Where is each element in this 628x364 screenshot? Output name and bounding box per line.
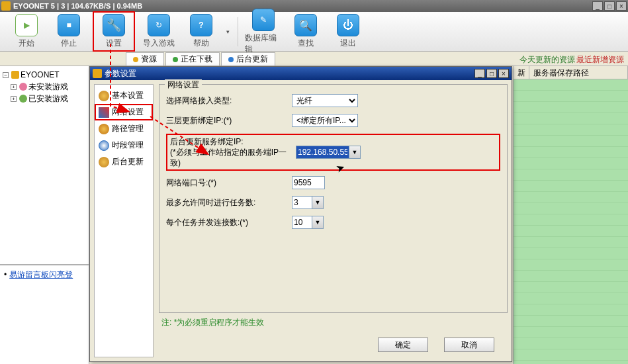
main-titlebar: EYOONET 5 | 3 | 104.67KB/S | 0.94MB _ □ …: [0, 0, 628, 12]
bullet-icon: •: [4, 270, 7, 279]
stop-icon: ■: [66, 21, 71, 30]
path-icon: [99, 124, 109, 134]
help-icon: ?: [199, 21, 203, 30]
help-dropdown-icon[interactable]: ▾: [225, 28, 231, 35]
row-port: 网络端口号:(*): [166, 176, 500, 189]
dialog-close-button[interactable]: ×: [498, 69, 509, 78]
tab-downloading[interactable]: 正在下载: [165, 52, 220, 66]
right-list-header: 新 服务器保存路径: [514, 66, 628, 79]
row-bg-ip-highlight: 后台更新服务绑定IP: (*必须与工作站指定的服务端IP一致) ▼: [166, 134, 500, 171]
center-area: 参数设置 _ □ × 基本设置 网络设置 路径管理 时段管理 后台更新 网络: [89, 66, 513, 364]
exit-button[interactable]: ⏻ 退出: [330, 14, 367, 49]
restart-note: 注: *为必须重启程序才能生效: [159, 313, 508, 332]
network-groupbox: 网络设置 选择网络接入类型: 光纤 三层更新绑定IP:(*) <绑定所有IP..…: [159, 84, 508, 313]
ok-button[interactable]: 确定: [378, 338, 428, 352]
bg-ip-input[interactable]: [296, 146, 349, 159]
toolbar-separator: [238, 17, 238, 46]
main-toolbar: ▶ 开始 ■ 停止 🔧 设置 ↻ 导入游戏 ? 帮助 ▾ ✎ 数据库编辑 🔍 查…: [0, 12, 628, 52]
cancel-button[interactable]: 取消: [444, 338, 494, 352]
network-icon: [99, 107, 109, 118]
bulletin-panel: •易游留言板闪亮登: [0, 265, 89, 364]
expand-toggle[interactable]: +: [11, 96, 17, 102]
net-type-select[interactable]: 光纤: [292, 94, 358, 107]
tree-uninstalled[interactable]: +未安装游戏: [3, 81, 86, 93]
row-bind-ip: 三层更新绑定IP:(*) <绑定所有IP...>: [166, 114, 500, 127]
max-tasks-dropdown-button[interactable]: ▼: [312, 196, 324, 209]
conn-per-task-input[interactable]: [292, 216, 312, 229]
settings-button[interactable]: 🔧 设置: [95, 14, 132, 49]
nav-network-settings[interactable]: 网络设置: [95, 104, 153, 120]
settings-dialog: 参数设置 _ □ × 基本设置 网络设置 路径管理 时段管理 后台更新 网络: [89, 66, 512, 362]
max-tasks-input[interactable]: [292, 196, 312, 209]
row-net-type: 选择网络接入类型: 光纤: [166, 94, 500, 107]
col-server-path[interactable]: 服务器保存路径: [529, 66, 628, 79]
dialog-title-text: 参数设置: [105, 68, 136, 79]
dialog-maximize-button[interactable]: □: [486, 69, 497, 78]
download-icon: [173, 57, 178, 62]
bind-ip-select[interactable]: <绑定所有IP...>: [292, 114, 358, 127]
game-tree: −EYOONET +未安装游戏 +已安装游戏: [0, 66, 89, 265]
stop-button[interactable]: ■ 停止: [50, 14, 87, 49]
installed-icon: [19, 95, 27, 103]
power-icon: ⏻: [343, 19, 353, 31]
minimize-button[interactable]: _: [592, 1, 603, 11]
bg-update-icon: [99, 157, 109, 167]
tab-resources[interactable]: 资源: [126, 52, 164, 66]
tab-bg-update[interactable]: 后台更新: [221, 52, 275, 66]
port-input[interactable]: [292, 176, 325, 189]
bulletin-link[interactable]: 易游留言板闪亮登: [9, 270, 73, 279]
help-button[interactable]: ? 帮助: [183, 14, 220, 49]
maximize-button[interactable]: □: [604, 1, 615, 11]
search-icon: 🔍: [299, 19, 312, 32]
nav-bg-update[interactable]: 后台更新: [95, 154, 153, 170]
wrench-icon: 🔧: [107, 18, 121, 32]
uninstalled-icon: [19, 83, 27, 91]
close-button[interactable]: ×: [616, 1, 627, 11]
tree-installed[interactable]: +已安装游戏: [3, 93, 86, 105]
title-text: EYOONET 5 | 3 | 104.67KB/S | 0.94MB: [13, 2, 592, 10]
refresh-icon: [228, 57, 234, 62]
start-button[interactable]: ▶ 开始: [8, 14, 45, 49]
nav-basic-settings[interactable]: 基本设置: [95, 87, 153, 104]
right-panel: 新 服务器保存路径: [513, 66, 628, 364]
conn-per-task-dropdown-button[interactable]: ▼: [312, 216, 324, 229]
tab-strip: 资源 正在下载 后台更新 今天更新的资源 最近新增资源: [0, 52, 628, 66]
dialog-minimize-button[interactable]: _: [474, 69, 485, 78]
db-edit-button[interactable]: ✎ 数据库编辑: [245, 9, 282, 55]
tree-root[interactable]: −EYOONET: [3, 69, 86, 81]
app-logo-icon: [1, 1, 11, 11]
expand-toggle[interactable]: −: [3, 72, 9, 78]
nav-path-management[interactable]: 路径管理: [95, 120, 153, 137]
import-games-button[interactable]: ↻ 导入游戏: [140, 14, 177, 49]
bg-ip-dropdown-button[interactable]: ▼: [349, 146, 361, 159]
find-button[interactable]: 🔍 查找: [287, 14, 324, 49]
update-status-legend: 今天更新的资源 最近新增资源: [519, 54, 628, 66]
dialog-titlebar[interactable]: 参数设置 _ □ ×: [90, 67, 512, 80]
import-icon: ↻: [156, 21, 162, 30]
right-list-body[interactable]: [514, 79, 628, 364]
pencil-icon: ✎: [260, 15, 267, 24]
groupbox-title: 网络设置: [165, 79, 202, 91]
dialog-nav: 基本设置 网络设置 路径管理 时段管理 后台更新: [94, 84, 154, 357]
row-max-tasks: 最多允许同时进行任务数: ▼: [166, 196, 500, 209]
left-sidebar: −EYOONET +未安装游戏 +已安装游戏 •易游留言板闪亮登: [0, 66, 89, 364]
dialog-logo-icon: [93, 69, 102, 78]
clock-icon: [99, 140, 109, 151]
gear-icon: [99, 91, 109, 101]
play-icon: ▶: [24, 21, 30, 30]
expand-toggle[interactable]: +: [11, 84, 17, 90]
nav-time-management[interactable]: 时段管理: [95, 137, 153, 154]
folder-icon: [133, 57, 138, 62]
app-icon: [11, 71, 19, 79]
row-conn-per-task: 每个任务并发连接数:(*) ▼: [166, 216, 500, 229]
col-new[interactable]: 新: [514, 66, 529, 79]
